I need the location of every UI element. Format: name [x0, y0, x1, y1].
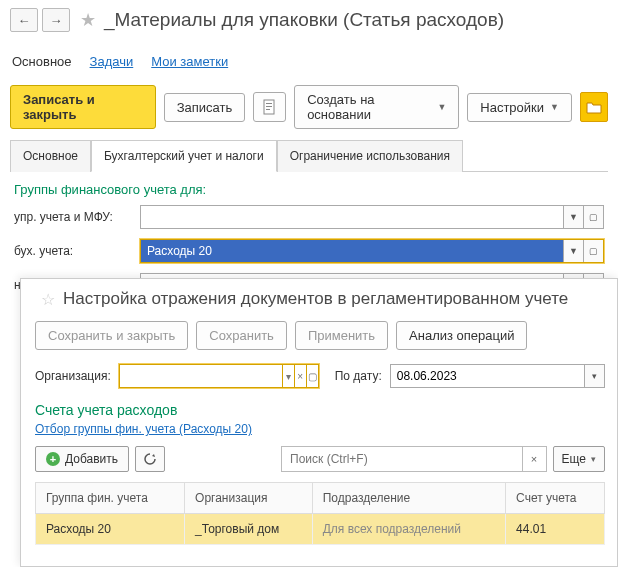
org-input[interactable] [120, 365, 282, 387]
col-group[interactable]: Группа фин. учета [36, 483, 185, 514]
section-tab-tasks[interactable]: Задачи [90, 54, 134, 69]
chevron-down-icon: ▼ [437, 102, 446, 112]
attachments-button[interactable] [580, 92, 608, 122]
settings-button[interactable]: Настройки ▼ [467, 93, 572, 122]
col-org[interactable]: Организация [185, 483, 313, 514]
document-icon [263, 99, 277, 115]
svg-rect-3 [266, 109, 270, 110]
col-dept[interactable]: Подразделение [312, 483, 505, 514]
group-title: Группы финансового учета для: [14, 182, 604, 197]
save-button[interactable]: Записать [164, 93, 246, 122]
org-combo[interactable]: ▾ × ▢ [119, 364, 319, 388]
label-accounting: бух. учета: [14, 244, 140, 258]
chevron-down-icon: ▾ [591, 454, 596, 464]
chevron-down-icon: ▼ [550, 102, 559, 112]
sub-save-close-button[interactable]: Сохранить и закрыть [35, 321, 188, 350]
more-button[interactable]: Еще ▾ [553, 446, 605, 472]
dropdown-button[interactable]: ▼ [563, 240, 583, 262]
cell-org: _Торговый дом [185, 514, 313, 545]
cell-dept: Для всех подразделений [312, 514, 505, 545]
plus-icon: + [46, 452, 60, 466]
filter-group-link[interactable]: Отбор группы фин. учета (Расходы 20) [35, 422, 252, 436]
table-row[interactable]: Расходы 20 _Торговый дом Для всех подраз… [36, 514, 605, 545]
input-accounting[interactable]: Расходы 20 [141, 240, 563, 262]
cell-group: Расходы 20 [36, 514, 185, 545]
open-button[interactable]: ▢ [306, 365, 318, 387]
input-mgmt-accounting[interactable] [141, 206, 563, 228]
search-box[interactable]: × [281, 446, 547, 472]
date-combo[interactable]: ▾ [390, 364, 605, 388]
page-title: _Материалы для упаковки (Статья расходов… [104, 9, 504, 31]
section-tab-main[interactable]: Основное [12, 54, 72, 69]
nav-forward-button[interactable]: → [42, 8, 70, 32]
add-button[interactable]: + Добавить [35, 446, 129, 472]
tab-main[interactable]: Основное [10, 140, 91, 172]
analyze-operations-button[interactable]: Анализ операций [396, 321, 527, 350]
dropdown-button[interactable]: ▾ [282, 365, 294, 387]
open-button[interactable]: ▢ [583, 240, 603, 262]
folder-icon [586, 100, 602, 114]
svg-rect-2 [266, 106, 272, 107]
refresh-button[interactable] [135, 446, 165, 472]
clear-button[interactable]: × [294, 365, 306, 387]
section-tab-notes[interactable]: Мои заметки [151, 54, 228, 69]
subwin-title: Настройка отражения документов в регламе… [63, 289, 568, 309]
favorite-star-icon[interactable]: ★ [80, 9, 96, 31]
refresh-icon [143, 452, 157, 466]
tab-restriction[interactable]: Ограничение использования [277, 140, 463, 172]
create-based-on-button[interactable]: Создать на основании ▼ [294, 85, 459, 129]
arrow-left-icon: ← [18, 13, 31, 28]
sub-apply-button[interactable]: Применить [295, 321, 388, 350]
dropdown-button[interactable]: ▾ [584, 365, 604, 387]
open-button[interactable]: ▢ [583, 206, 603, 228]
nav-back-button[interactable]: ← [10, 8, 38, 32]
svg-rect-1 [266, 103, 272, 104]
save-and-close-button[interactable]: Записать и закрыть [10, 85, 156, 129]
date-label: По дату: [335, 369, 382, 383]
date-input[interactable] [391, 365, 584, 387]
favorite-star-icon[interactable]: ☆ [41, 290, 55, 309]
org-label: Организация: [35, 369, 111, 383]
expense-accounts-table: Группа фин. учета Организация Подразделе… [35, 482, 605, 545]
expense-accounts-title: Счета учета расходов [35, 402, 605, 418]
tab-accounting[interactable]: Бухгалтерский учет и налоги [91, 140, 277, 172]
search-input[interactable] [282, 447, 522, 471]
dropdown-button[interactable]: ▼ [563, 206, 583, 228]
clear-search-button[interactable]: × [522, 447, 546, 471]
combo-mgmt-accounting[interactable]: ▼ ▢ [140, 205, 604, 229]
col-account[interactable]: Счет учета [506, 483, 605, 514]
arrow-right-icon: → [50, 13, 63, 28]
label-mgmt-accounting: упр. учета и МФУ: [14, 210, 140, 224]
file-action-button[interactable] [253, 92, 286, 122]
sub-save-button[interactable]: Сохранить [196, 321, 287, 350]
cell-account: 44.01 [506, 514, 605, 545]
combo-accounting[interactable]: Расходы 20 ▼ ▢ [140, 239, 604, 263]
